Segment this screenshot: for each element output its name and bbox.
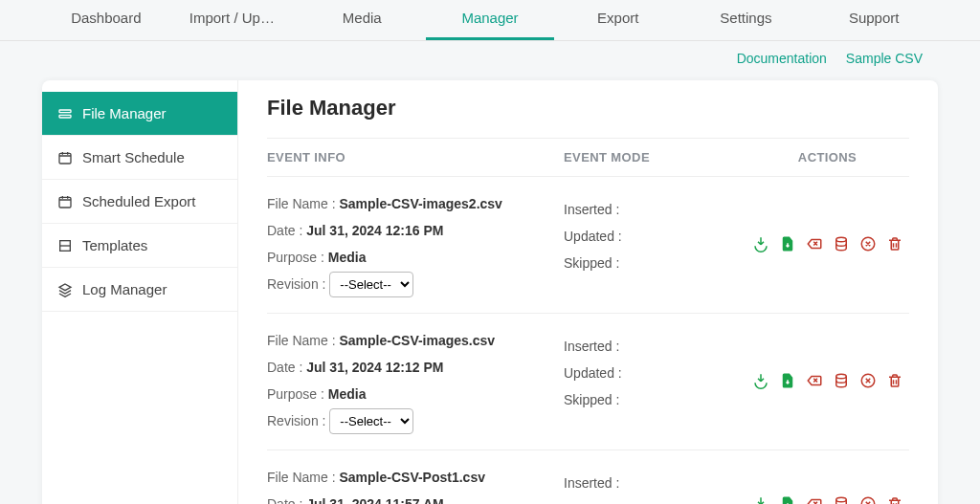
sidebar-item-label: Smart Schedule	[82, 149, 185, 165]
col-header-actions: ACTIONS	[746, 150, 909, 164]
sidebar-item-label: File Manager	[82, 105, 167, 121]
hdd-icon	[57, 106, 73, 121]
tab-manager[interactable]: Manager	[426, 0, 554, 40]
file-download-icon[interactable]	[779, 495, 796, 504]
event-mode: Inserted :Updated :Skipped :	[564, 327, 746, 434]
event-mode: Inserted :Updated :Skipped :	[564, 190, 746, 297]
inserted-label: Inserted :	[564, 196, 746, 223]
sidebar-item-label: Scheduled Export	[82, 193, 195, 209]
backspace-x-icon[interactable]	[806, 372, 823, 389]
filename-label: File Name :	[267, 196, 339, 211]
svg-rect-2	[59, 153, 71, 164]
date-label: Date :	[267, 360, 306, 375]
date-value: Jul 31, 2024 12:16 PM	[306, 223, 443, 238]
sidebar-item-label: Templates	[82, 237, 147, 253]
table-row: File Name : Sample-CSV-Post1.csvDate : J…	[267, 450, 909, 504]
content: File Manager EVENT INFO EVENT MODE ACTIO…	[238, 80, 938, 504]
skipped-label: Skipped :	[564, 386, 746, 413]
actions	[746, 464, 909, 504]
purpose-value: Media	[328, 250, 367, 265]
revision-label: Revision :	[267, 413, 329, 428]
trash-icon[interactable]	[886, 235, 903, 252]
calendar-icon	[57, 150, 73, 165]
svg-point-7	[835, 374, 846, 379]
event-info: File Name : Sample-CSV-images2.csvDate :…	[267, 190, 564, 297]
file-download-icon[interactable]	[779, 372, 796, 389]
purpose-label: Purpose :	[267, 386, 328, 402]
download-icon[interactable]	[752, 372, 769, 389]
file-download-icon[interactable]	[779, 235, 796, 252]
download-icon[interactable]	[752, 495, 769, 504]
sidebar-item-smart-schedule[interactable]: Smart Schedule	[42, 136, 237, 180]
updated-label: Updated :	[564, 223, 746, 250]
x-circle-icon[interactable]	[859, 372, 877, 389]
tab-dashboard[interactable]: Dashboard	[42, 0, 170, 40]
sidebar-item-file-manager[interactable]: File Manager	[42, 92, 237, 136]
documentation-link[interactable]: Documentation	[737, 51, 827, 66]
actions	[746, 327, 909, 434]
sidebar-item-label: Log Manager	[82, 281, 167, 297]
col-header-mode: EVENT MODE	[564, 150, 746, 164]
table-row: File Name : Sample-CSV-images2.csvDate :…	[267, 177, 909, 314]
trash-icon[interactable]	[886, 495, 903, 504]
sidebar-item-templates[interactable]: Templates	[42, 224, 237, 268]
event-info: File Name : Sample-CSV-images.csvDate : …	[267, 327, 564, 434]
revision-label: Revision :	[267, 276, 329, 292]
event-mode: Inserted :Updated :	[564, 464, 746, 504]
date-value: Jul 31, 2024 12:12 PM	[306, 360, 443, 375]
tab-support[interactable]: Support	[810, 0, 938, 40]
filename-value: Sample-CSV-images2.csv	[339, 196, 501, 211]
trash-icon[interactable]	[886, 372, 903, 389]
svg-rect-1	[59, 115, 71, 118]
tab-media[interactable]: Media	[298, 0, 426, 40]
filename-value: Sample-CSV-Post1.csv	[339, 470, 485, 485]
tab-settings[interactable]: Settings	[682, 0, 811, 40]
table-header: EVENT INFO EVENT MODE ACTIONS	[267, 138, 909, 177]
updated-label: Updated :	[564, 496, 746, 504]
date-label: Date :	[267, 496, 306, 504]
database-icon[interactable]	[833, 235, 850, 252]
x-circle-icon[interactable]	[859, 495, 877, 504]
database-icon[interactable]	[833, 372, 850, 389]
tab-export[interactable]: Export	[554, 0, 682, 40]
svg-point-9	[835, 497, 846, 502]
main-panel: File ManagerSmart ScheduleScheduled Expo…	[42, 80, 938, 504]
calendar-icon	[57, 194, 73, 209]
col-header-info: EVENT INFO	[267, 150, 564, 164]
database-icon[interactable]	[833, 495, 850, 504]
table-row: File Name : Sample-CSV-images.csvDate : …	[267, 314, 909, 450]
purpose-label: Purpose :	[267, 250, 328, 265]
sidebar-item-scheduled-export[interactable]: Scheduled Export	[42, 180, 237, 224]
filename-label: File Name :	[267, 333, 339, 348]
date-value: Jul 31, 2024 11:57 AM	[306, 496, 443, 504]
sidebar: File ManagerSmart ScheduleScheduled Expo…	[42, 80, 238, 504]
purpose-value: Media	[328, 386, 367, 402]
revision-select[interactable]: --Select--	[329, 408, 413, 434]
tab-import-upda-[interactable]: Import / Upda...	[170, 0, 299, 40]
top-nav: DashboardImport / Upda...MediaManagerExp…	[0, 0, 980, 41]
sidebar-item-log-manager[interactable]: Log Manager	[42, 268, 237, 312]
inserted-label: Inserted :	[564, 333, 746, 360]
x-circle-icon[interactable]	[859, 235, 877, 252]
filename-value: Sample-CSV-images.csv	[339, 333, 495, 348]
updated-label: Updated :	[564, 360, 746, 386]
sample-csv-link[interactable]: Sample CSV	[846, 51, 923, 66]
svg-point-5	[835, 237, 846, 242]
event-info: File Name : Sample-CSV-Post1.csvDate : J…	[267, 464, 564, 504]
svg-rect-3	[59, 197, 71, 208]
backspace-x-icon[interactable]	[806, 495, 823, 504]
skipped-label: Skipped :	[564, 250, 746, 276]
sub-links: Documentation Sample CSV	[0, 41, 980, 66]
filename-label: File Name :	[267, 470, 339, 485]
download-icon[interactable]	[752, 235, 769, 252]
layers-icon	[57, 282, 73, 297]
revision-select[interactable]: --Select--	[329, 272, 413, 297]
backspace-x-icon[interactable]	[806, 235, 823, 252]
grid-icon	[57, 238, 73, 253]
actions	[746, 190, 909, 297]
page-title: File Manager	[267, 96, 909, 121]
date-label: Date :	[267, 223, 306, 238]
svg-rect-0	[59, 110, 71, 113]
inserted-label: Inserted :	[564, 470, 746, 496]
